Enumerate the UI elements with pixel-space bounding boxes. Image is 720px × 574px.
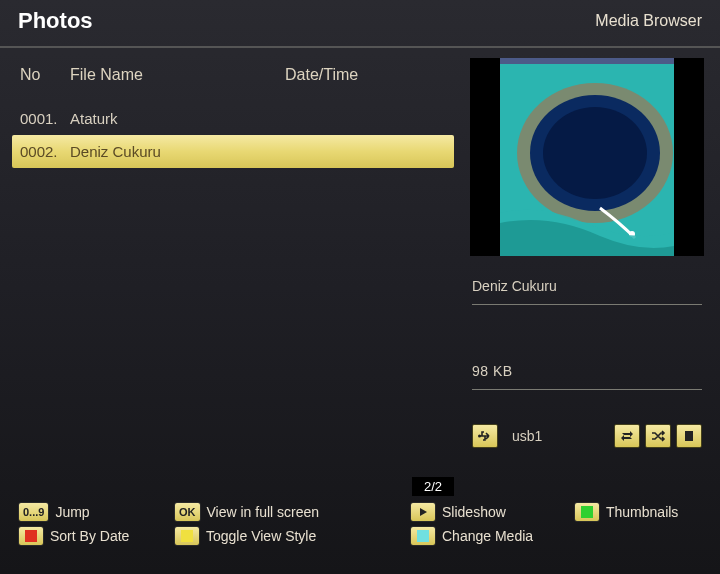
svg-point-4 — [543, 107, 647, 199]
col-header-name: File Name — [70, 66, 285, 84]
row-name: Deniz Cukuru — [70, 143, 454, 160]
key-ok: OK — [174, 502, 201, 522]
hint-label: Sort By Date — [50, 528, 129, 544]
key-green-icon — [574, 502, 600, 522]
hint-ok: OK View in full screen — [174, 502, 406, 522]
usb-icon[interactable] — [472, 424, 498, 448]
hint-label: Jump — [55, 504, 89, 520]
hint-thumbnails: Thumbnails — [574, 502, 702, 522]
list-header: No File Name Date/Time — [12, 48, 454, 94]
repeat-icon[interactable] — [614, 424, 640, 448]
header-bar: Photos Media Browser — [0, 0, 720, 48]
stop-icon[interactable] — [676, 424, 702, 448]
row-name: Ataturk — [70, 110, 454, 127]
list-body: 0001. Ataturk 0002. Deniz Cukuru — [12, 102, 454, 168]
key-play-icon — [410, 502, 436, 522]
preview-image — [470, 58, 704, 256]
hint-slideshow: Slideshow — [410, 502, 570, 522]
col-header-date: Date/Time — [285, 66, 454, 84]
main-content: No File Name Date/Time 0001. Ataturk 000… — [0, 48, 720, 496]
row-no: 0001. — [20, 110, 70, 127]
key-cyan-icon — [410, 526, 436, 546]
file-list-panel: No File Name Date/Time 0001. Ataturk 000… — [12, 48, 454, 496]
svg-rect-1 — [500, 58, 674, 64]
hint-label: Thumbnails — [606, 504, 678, 520]
key-yellow-icon — [174, 526, 200, 546]
app-subtitle: Media Browser — [595, 12, 702, 30]
hint-label: Toggle View Style — [206, 528, 316, 544]
shuffle-icon[interactable] — [645, 424, 671, 448]
hint-sort: Sort By Date — [18, 526, 170, 546]
preview-filesize: 98 KB — [472, 363, 702, 390]
list-item[interactable]: 0002. Deniz Cukuru — [12, 135, 454, 168]
row-no: 0002. — [20, 143, 70, 160]
key-digits: 0...9 — [18, 502, 49, 522]
hint-change-media: Change Media — [410, 526, 570, 546]
hint-label: Change Media — [442, 528, 533, 544]
hint-label: View in full screen — [207, 504, 320, 520]
key-red-icon — [18, 526, 44, 546]
col-header-no: No — [20, 66, 70, 84]
storage-row: usb1 — [470, 424, 704, 448]
hint-label: Slideshow — [442, 504, 506, 520]
footer-hints: 0...9 Jump OK View in full screen Slides… — [0, 496, 720, 560]
page-title: Photos — [18, 8, 93, 34]
svg-rect-7 — [685, 431, 693, 441]
hint-jump: 0...9 Jump — [18, 502, 170, 522]
preview-panel: Deniz Cukuru 98 KB usb1 — [466, 48, 708, 496]
preview-meta: Deniz Cukuru 98 KB — [470, 278, 704, 390]
svg-point-6 — [478, 435, 481, 438]
hint-toggle: Toggle View Style — [174, 526, 406, 546]
list-item[interactable]: 0001. Ataturk — [12, 102, 454, 135]
preview-filename: Deniz Cukuru — [472, 278, 702, 305]
page-indicator: 2/2 — [412, 477, 454, 496]
storage-name: usb1 — [512, 428, 542, 444]
